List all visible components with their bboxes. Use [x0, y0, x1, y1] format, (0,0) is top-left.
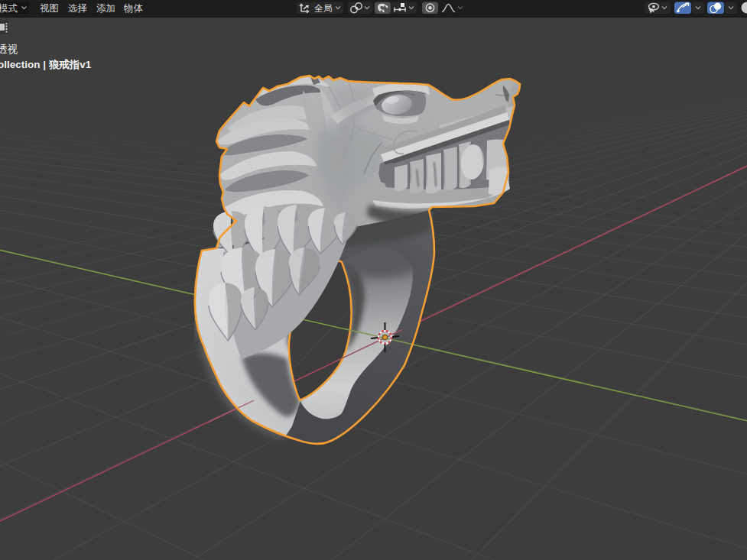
svg-text:选择: 选择 [68, 3, 87, 14]
svg-text:视图: 视图 [40, 3, 59, 14]
svg-text:用户透视: 用户透视 [0, 44, 18, 55]
svg-text:模式: 模式 [0, 3, 18, 14]
svg-text:全局: 全局 [314, 3, 333, 14]
svg-text:物体: 物体 [123, 3, 144, 14]
svg-text:添加: 添加 [96, 3, 115, 14]
svg-text:ollection | 狼戒指v1: ollection | 狼戒指v1 [0, 59, 92, 70]
